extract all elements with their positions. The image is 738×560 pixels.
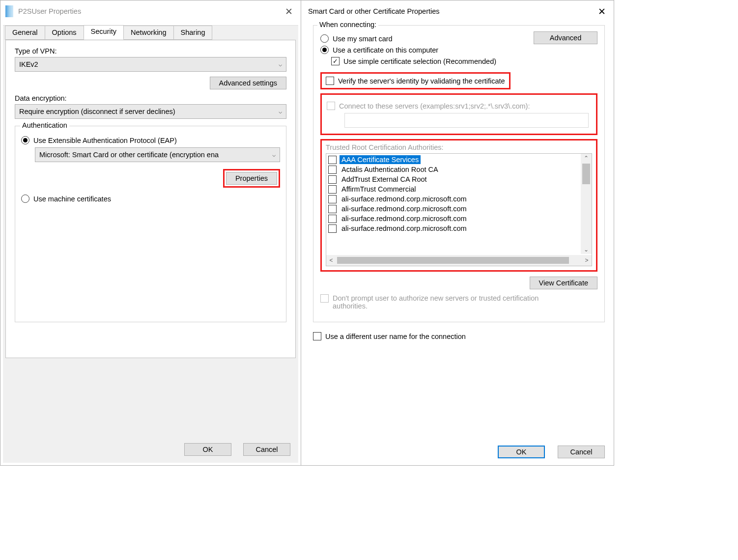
- ca-item[interactable]: AffirmTrust Commercial: [327, 184, 579, 194]
- ca-checkbox[interactable]: [328, 224, 337, 233]
- left-body: General Options Security Networking Shar…: [3, 25, 298, 463]
- tab-sharing[interactable]: Sharing: [173, 26, 213, 40]
- ca-item[interactable]: Actalis Authentication Root CA: [327, 165, 579, 174]
- encryption-dropdown[interactable]: Require encryption (disconnect if server…: [15, 104, 286, 119]
- titlebar-left: P2SUser Properties ✕: [0, 0, 301, 22]
- view-certificate-button[interactable]: View Certificate: [530, 277, 597, 289]
- checkbox-connect-servers: [327, 102, 335, 110]
- properties-button[interactable]: Properties: [226, 172, 277, 185]
- radio-use-certificate-label: Use a certificate on this computer: [333, 46, 438, 54]
- ca-checkbox[interactable]: [328, 156, 337, 164]
- checkbox-connect-servers-label: Connect to these servers (examples:srv1;…: [339, 102, 530, 110]
- smartcard-properties-dialog: Smart Card or other Certificate Properti…: [301, 0, 614, 465]
- scroll-down-icon[interactable]: ⌄: [581, 246, 591, 253]
- radio-machine-certificates[interactable]: [21, 195, 29, 203]
- checkbox-verify-server-label: Verify the server's identity by validati…: [338, 77, 505, 85]
- vertical-scrollbar[interactable]: ⌃ ⌄: [581, 154, 592, 254]
- tabstrip: General Options Security Networking Shar…: [3, 25, 298, 39]
- checkbox-simple-selection-label: Use simple certificate selection (Recomm…: [343, 57, 496, 65]
- p2suser-properties-dialog: P2SUser Properties ✕ General Options Sec…: [0, 0, 301, 465]
- scroll-thumb-h[interactable]: [337, 257, 569, 264]
- ca-checkbox[interactable]: [328, 175, 337, 184]
- eap-method-value: Microsoft: Smart Card or other certifica…: [39, 151, 219, 159]
- ok-button-right[interactable]: OK: [498, 446, 545, 458]
- vpn-type-value: IKEv2: [19, 60, 38, 68]
- radio-use-eap[interactable]: [21, 136, 29, 144]
- advanced-settings-button[interactable]: Advanced settings: [210, 77, 287, 89]
- ca-item[interactable]: ali-surface.redmond.corp.microsoft.com: [327, 194, 579, 204]
- ca-item[interactable]: AddTrust External CA Root: [327, 174, 579, 184]
- authentication-legend: Authentication: [20, 121, 69, 129]
- tab-options[interactable]: Options: [45, 26, 84, 40]
- ca-checkbox[interactable]: [328, 166, 337, 174]
- chevron-down-icon: ⌵: [272, 151, 276, 158]
- ok-button-left[interactable]: OK: [184, 443, 231, 456]
- window-title-left: P2SUser Properties: [18, 7, 81, 15]
- checkbox-dont-prompt: [320, 294, 329, 303]
- vpn-type-dropdown[interactable]: IKEv2 ⌵: [15, 57, 286, 72]
- right-body: When connecting: Advanced Use my smart c…: [301, 25, 614, 348]
- ca-checkbox[interactable]: [328, 205, 337, 213]
- close-icon[interactable]: ✕: [282, 6, 296, 17]
- checkbox-different-username[interactable]: [313, 332, 321, 340]
- ca-item[interactable]: AAA Certificate Services: [327, 155, 579, 165]
- chevron-down-icon: ⌵: [279, 108, 282, 115]
- scroll-up-icon[interactable]: ⌃: [581, 155, 591, 162]
- cancel-button-right[interactable]: Cancel: [558, 446, 605, 458]
- trusted-root-label: Trusted Root Certification Authorities:: [326, 143, 444, 151]
- checkbox-verify-server[interactable]: [326, 77, 334, 85]
- vpn-type-label: Type of VPN:: [15, 47, 286, 55]
- when-connecting-group: When connecting: Advanced Use my smart c…: [313, 25, 605, 322]
- checkbox-dont-prompt-label: Don't prompt user to authorize new serve…: [333, 294, 568, 310]
- ca-checkbox[interactable]: [328, 195, 337, 203]
- window-title-right: Smart Card or other Certificate Properti…: [308, 7, 440, 15]
- chevron-down-icon: ⌵: [279, 61, 282, 68]
- radio-use-eap-label: Use Extensible Authentication Protocol (…: [33, 137, 177, 144]
- encryption-value: Require encryption (disconnect if server…: [19, 108, 175, 115]
- tab-networking[interactable]: Networking: [123, 26, 174, 40]
- close-icon[interactable]: ✕: [595, 6, 609, 17]
- window-icon: [5, 5, 13, 17]
- ca-checkbox[interactable]: [328, 185, 337, 194]
- trusted-root-listbox[interactable]: AAA Certificate Services Actalis Authent…: [326, 153, 592, 266]
- radio-smart-card-label: Use my smart card: [333, 35, 393, 43]
- advanced-button[interactable]: Advanced: [534, 31, 597, 44]
- radio-smart-card[interactable]: [320, 34, 329, 43]
- scroll-left-icon[interactable]: <: [326, 257, 336, 264]
- radio-use-certificate[interactable]: [320, 46, 329, 54]
- cancel-button-left[interactable]: Cancel: [243, 443, 290, 456]
- ca-item[interactable]: ali-surface.redmond.corp.microsoft.com: [327, 204, 579, 214]
- ca-item[interactable]: ali-surface.redmond.corp.microsoft.com: [327, 214, 579, 224]
- horizontal-scrollbar[interactable]: < >: [326, 255, 592, 266]
- servers-input: [344, 113, 589, 128]
- tab-security[interactable]: Security: [84, 25, 124, 39]
- titlebar-right: Smart Card or other Certificate Properti…: [301, 0, 614, 22]
- when-connecting-legend: When connecting:: [317, 21, 378, 28]
- checkbox-different-username-label: Use a different user name for the connec…: [325, 333, 466, 340]
- authentication-group: Authentication Use Extensible Authentica…: [15, 126, 286, 322]
- ca-checkbox[interactable]: [328, 215, 337, 223]
- scroll-right-icon[interactable]: >: [582, 257, 592, 264]
- ca-item[interactable]: ali-surface.redmond.corp.microsoft.com: [327, 224, 579, 233]
- scroll-thumb[interactable]: [582, 164, 590, 184]
- encryption-label: Data encryption:: [15, 94, 286, 102]
- tab-general[interactable]: General: [5, 26, 45, 40]
- security-tab-panel: Type of VPN: IKEv2 ⌵ Advanced settings D…: [5, 40, 296, 358]
- radio-machine-certificates-label: Use machine certificates: [33, 195, 111, 203]
- checkbox-simple-selection[interactable]: [331, 57, 340, 65]
- eap-method-dropdown[interactable]: Microsoft: Smart Card or other certifica…: [35, 147, 280, 162]
